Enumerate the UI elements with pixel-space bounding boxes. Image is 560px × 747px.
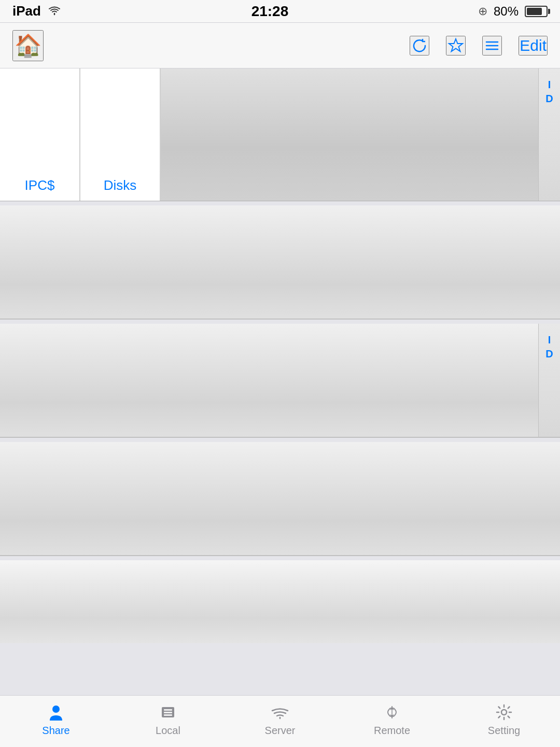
- tab-local[interactable]: Local: [142, 702, 194, 737]
- main-content: IPC$ Disks I D I D: [0, 68, 560, 695]
- remote-icon: [383, 702, 401, 723]
- screen-rotation-icon: ⊕: [478, 5, 487, 18]
- status-left: iPad: [12, 3, 62, 19]
- tab-share-label: Share: [42, 725, 69, 737]
- peek-i: I: [548, 79, 551, 91]
- home-button[interactable]: 🏠: [12, 30, 44, 61]
- wifi-icon: [47, 3, 62, 19]
- filter-button[interactable]: [482, 36, 502, 56]
- tab-server-label: Server: [265, 725, 296, 737]
- setting-icon: [495, 702, 513, 723]
- device-label: iPad: [12, 3, 41, 19]
- local-icon: [159, 702, 177, 723]
- battery-icon: [525, 6, 548, 17]
- server-icon: [271, 702, 289, 723]
- section-panel-3: [0, 442, 560, 556]
- tab-local-label: Local: [156, 725, 180, 737]
- section-panel-4: [0, 560, 560, 643]
- status-bar: iPad 21:28 ⊕ 80%: [0, 0, 560, 23]
- tab-remote[interactable]: Remote: [366, 702, 418, 737]
- ipc-label: IPC$: [25, 177, 55, 201]
- empty-header-area: [161, 68, 538, 201]
- section-panel-1: [0, 205, 560, 320]
- svg-marker-0: [449, 39, 463, 51]
- star-button[interactable]: [446, 36, 466, 56]
- peek-d: D: [545, 93, 553, 105]
- svg-rect-7: [164, 712, 172, 713]
- disks-label: Disks: [104, 177, 137, 201]
- nav-actions: Edit: [410, 36, 548, 56]
- disks-item[interactable]: Disks: [80, 68, 161, 201]
- battery-percent: 80%: [494, 4, 519, 19]
- svg-point-4: [52, 706, 60, 713]
- tab-setting[interactable]: Setting: [478, 702, 530, 737]
- svg-rect-8: [164, 714, 172, 716]
- tab-remote-label: Remote: [374, 725, 410, 737]
- section-panel-2: I D: [0, 324, 560, 438]
- nav-bar: 🏠 Edit: [0, 23, 560, 68]
- section-2-right-peek: I D: [538, 324, 560, 437]
- svg-point-10: [501, 710, 507, 715]
- home-icon: 🏠: [15, 33, 41, 58]
- status-right: ⊕ 80%: [478, 4, 548, 19]
- svg-rect-6: [164, 709, 172, 711]
- status-time: 21:28: [251, 3, 289, 20]
- tab-server[interactable]: Server: [254, 702, 306, 737]
- right-scroll-indicator: I D: [538, 68, 560, 201]
- ipc-item[interactable]: IPC$: [0, 68, 80, 201]
- share-icon: [47, 702, 65, 723]
- tab-setting-label: Setting: [488, 725, 520, 737]
- edit-button[interactable]: Edit: [519, 36, 548, 56]
- refresh-button[interactable]: [410, 36, 429, 56]
- files-section: IPC$ Disks I D: [0, 68, 560, 201]
- tab-share[interactable]: Share: [30, 702, 82, 737]
- tab-bar: Share Local Server: [0, 695, 560, 747]
